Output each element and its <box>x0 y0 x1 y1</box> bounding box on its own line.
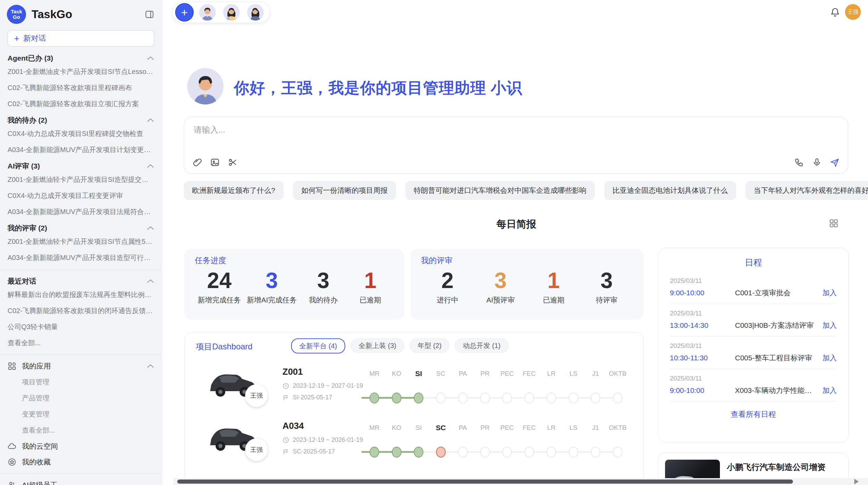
stat-item: 1 已逾期 <box>350 268 391 305</box>
milestone-node <box>480 447 490 458</box>
sidebar-task-item[interactable]: A034-全新新能源MUV产品开发项目法规符合性评审 <box>0 204 162 220</box>
microphone-icon[interactable] <box>812 158 822 167</box>
chevron-up-icon[interactable] <box>147 56 154 60</box>
milestone: SC <box>430 370 452 403</box>
agent-avatar-1[interactable] <box>199 4 216 21</box>
dashboard-tab[interactable]: 动总开发 (1) <box>455 338 508 353</box>
task-progress-card: 任务进度 24 新增完成任务 3 新增AI完成任务 3 我的待办 1 已逾期 <box>184 249 404 320</box>
image-icon[interactable] <box>210 158 220 167</box>
phone-icon[interactable] <box>794 158 804 167</box>
milestone-label: OKTB <box>607 370 629 377</box>
sidebar-section-header[interactable]: Agent已办 (3) <box>0 50 162 64</box>
suggestion-chip[interactable]: 特朗普可能对进口汽车增税会对中国车企造成哪些影响 <box>406 181 595 200</box>
divider <box>0 473 162 474</box>
sidebar-task-item[interactable]: Z001-全新燃油轻卡产品开发项目SI造型提交物评审 <box>0 172 162 188</box>
milestone-chain: MR KO SI <box>363 370 629 404</box>
my-review-card: 我的评审 2 进行中 3 AI预评审 1 已逾期 3 待评审 <box>411 249 643 320</box>
sidebar-task-item[interactable]: A034-全新新能源MUV产品开发项目造型可行性评审 <box>0 250 162 266</box>
join-link[interactable]: 加入 <box>822 353 837 363</box>
join-link[interactable]: 加入 <box>822 321 837 330</box>
milestone-label: LR <box>540 424 563 432</box>
send-icon[interactable] <box>830 158 840 167</box>
dashboard-tab[interactable]: 年型 (2) <box>410 338 449 353</box>
divider <box>0 269 162 270</box>
sidebar-task-item[interactable]: C02-飞腾新能源轻客改款项目立项汇报方案 <box>0 96 162 112</box>
join-link[interactable]: 加入 <box>822 288 837 298</box>
sidebar-task-item[interactable]: A034-全新新能源MUV产品开发项目计划变更表编写 <box>0 142 162 158</box>
event-date: 2025/03/11 <box>670 310 837 317</box>
assistant-avatar <box>187 68 224 104</box>
join-link[interactable]: 加入 <box>822 386 837 395</box>
milestone: SC <box>430 424 452 458</box>
chevron-up-icon[interactable] <box>147 118 154 122</box>
project-row[interactable]: 王强 Z001 2023-12-19 ~ 2027-01-19 SI-2025-… <box>185 360 644 414</box>
recent-chat-item[interactable]: C02-飞腾新能源轻客改款项目的闭环通告反馈情况 <box>0 303 162 319</box>
notification-bell-icon[interactable] <box>830 7 840 17</box>
chat-input-box[interactable] <box>184 117 848 174</box>
sidebar-task-item[interactable]: C0X4-动力总成开发项目工程变更评审 <box>0 188 162 204</box>
schedule-event: 2025/03/11 10:30-11:30 C005-整车工程目标评审 加入 <box>670 337 837 369</box>
stat-value: 3 <box>586 268 627 293</box>
agent-avatar-3[interactable] <box>247 4 264 21</box>
sidebar-section-header[interactable]: 我的待办 (2) <box>0 112 162 126</box>
chevron-up-icon[interactable] <box>147 279 154 283</box>
chevron-up-icon[interactable] <box>147 226 154 230</box>
milestone-node <box>480 393 490 403</box>
suggestion-chip[interactable]: 欧洲新规最近颁布了什么? <box>184 181 284 200</box>
scrollbar-thumb[interactable] <box>177 480 793 484</box>
app-sub-item[interactable]: 产品管理 <box>0 390 162 406</box>
add-agent-button[interactable]: + <box>175 3 194 22</box>
dashboard-tab[interactable]: 全新平台 (4) <box>291 338 345 353</box>
sidebar-task-item[interactable]: Z001-全新燃油皮卡产品开发项目SI节点Lesson Learn报告 <box>0 64 162 80</box>
layout-grid-icon[interactable] <box>829 219 839 228</box>
dashboard-tab[interactable]: 全新上装 (3) <box>351 338 404 353</box>
project-owner-badge: 王强 <box>245 438 268 461</box>
recent-chat-item[interactable]: 公司Q3轻卡销量 <box>0 319 162 335</box>
sidebar-item-cloud-space[interactable]: 我的云空间 <box>0 438 162 454</box>
chevron-up-icon[interactable] <box>147 364 154 368</box>
recent-chat-item[interactable]: 查看全部... <box>0 335 162 351</box>
attachment-icon[interactable] <box>192 158 202 167</box>
user-avatar[interactable]: 王强 <box>845 4 861 20</box>
stat-value: 3 <box>247 268 297 293</box>
new-chat-button[interactable]: + 新对话 <box>8 30 154 47</box>
sidebar-item-my-apps[interactable]: 我的应用 <box>0 358 162 374</box>
sidebar-item-ai-super-staff[interactable]: AI超级员工 <box>0 477 162 485</box>
sidebar-item-favorites[interactable]: 我的收藏 <box>0 454 162 470</box>
app-sub-item[interactable]: 项目管理 <box>0 374 162 390</box>
stat-item: 2 进行中 <box>427 268 468 305</box>
suggestion-chip[interactable]: 如何写一份清晰的项目周报 <box>293 181 396 200</box>
chat-input[interactable] <box>193 125 743 135</box>
recent-chat-item[interactable]: 解释最新出台的欧盟报废车法规再生塑料比例被调至15%... <box>0 287 162 303</box>
milestone-node <box>525 447 534 458</box>
sidebar-section-recent[interactable]: 最近对话 <box>0 273 162 287</box>
sidebar-section-header[interactable]: 我的评审 (2) <box>0 220 162 234</box>
milestone-label: LS <box>563 424 585 432</box>
app-sub-item[interactable]: 变更管理 <box>0 406 162 422</box>
stat-value: 2 <box>427 268 468 293</box>
suggestion-chip[interactable]: 当下年轻人对汽车外观有怎样的喜好趋势 <box>746 181 868 200</box>
scissors-icon[interactable] <box>228 158 238 167</box>
sidebar-task-item[interactable]: Z001-全新燃油轻卡产品开发项目SI节点属性5D文件评审 <box>0 234 162 250</box>
sidebar-task-item[interactable]: C0X4-动力总成开发项目SI里程碑提交物检查 <box>0 126 162 142</box>
schedule-event: 2025/03/11 9:00-10:00 X003-车辆动力学性能验... 加… <box>670 369 837 402</box>
event-name: C005-整车工程目标评审 <box>735 353 818 363</box>
chevron-up-icon[interactable] <box>147 164 154 168</box>
suggestion-chip[interactable]: 比亚迪全固态电池计划具体说了什么 <box>604 181 736 200</box>
project-row[interactable]: 王强 A034 2023-12-19 ~ 2026-01-19 SC-2025-… <box>185 414 644 468</box>
milestone-label: SC <box>430 424 452 432</box>
scroll-right-arrow[interactable] <box>854 479 859 484</box>
stat-label: 我的待办 <box>303 295 344 305</box>
sidebar-section-header[interactable]: AI评审 (3) <box>0 158 162 172</box>
collapse-sidebar-icon[interactable] <box>145 10 154 19</box>
milestone-node <box>370 447 379 458</box>
horizontal-scrollbar[interactable] <box>173 478 868 485</box>
milestone: MR <box>363 424 386 458</box>
view-all-schedule-link[interactable]: 查看所有日程 <box>670 402 837 427</box>
sidebar-task-item[interactable]: C02-飞腾新能源轻客改款项目里程碑画布 <box>0 80 162 96</box>
suggestion-chips: 欧洲新规最近颁布了什么? 如何写一份清晰的项目周报 特朗普可能对进口汽车增税会对… <box>184 181 849 200</box>
agent-avatar-2[interactable] <box>223 4 240 21</box>
schedule-event: 2025/03/11 9:00-10:00 C001-立项审批会 加入 <box>670 272 837 304</box>
milestone-node <box>414 393 423 403</box>
app-sub-item[interactable]: 查看全部... <box>0 422 162 438</box>
